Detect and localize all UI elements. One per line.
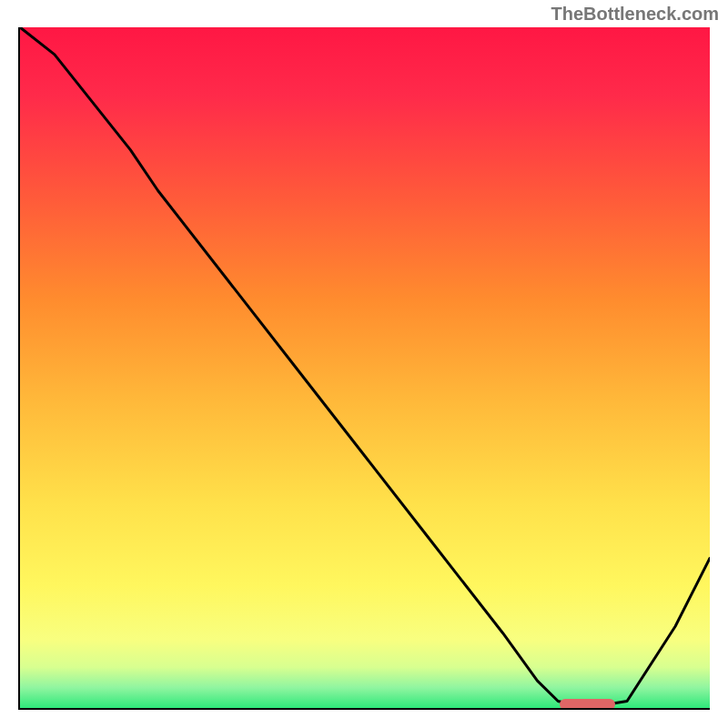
bottleneck-curve xyxy=(20,27,710,708)
chart-area xyxy=(18,27,710,710)
attribution-label: TheBottleneck.com xyxy=(551,4,719,25)
optimal-marker xyxy=(560,699,615,710)
